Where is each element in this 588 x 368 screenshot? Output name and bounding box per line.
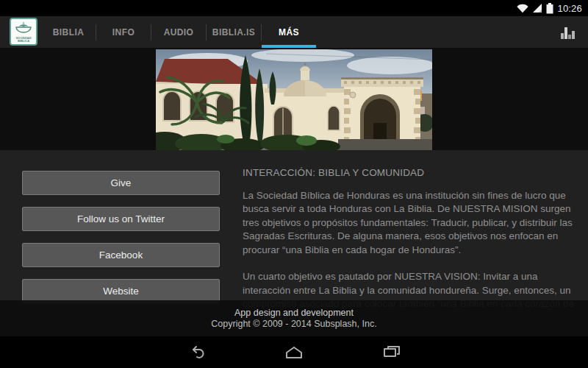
hero-band [0,48,588,150]
footer-credit: App design and development [234,308,354,318]
article-paragraph-1: La Sociedad Bíblica de Honduras es una i… [243,189,582,258]
footer-copyright: Copyright © 2009 - 2014 Subsplash, Inc. [211,319,376,329]
bar-chart-icon[interactable] [560,24,575,39]
tab-mas-label: MÁS [279,27,299,38]
give-button[interactable]: Give [22,171,220,195]
cellular-signal-icon [532,4,542,13]
tab-info[interactable]: INFO [96,16,151,48]
footer: App design and development Copyright © 2… [0,300,588,336]
tab-biblia-is[interactable]: BIBLIA.IS [207,16,261,48]
app-screen: 10:26 SOCIEDAD BIBLICA BIBLIA INFO AUDIO… [0,0,588,368]
facebook-button[interactable]: Facebook [22,243,220,267]
home-icon [284,344,304,361]
battery-icon [546,3,553,14]
bible-society-emblem-icon [14,21,33,37]
recents-button[interactable] [343,344,441,361]
building-photo [156,49,432,150]
wifi-icon [517,4,528,13]
link-button-column: Give Follow us on Twitter Facebook Websi… [22,171,220,315]
article-title: INTERACCIÓN: BIBLIA Y COMUNIDAD [243,166,582,180]
action-bar: SOCIEDAD BIBLICA BIBLIA INFO AUDIO BIBLI… [0,16,588,48]
tab-mas[interactable]: MÁS [262,16,316,48]
twitter-button[interactable]: Follow us on Twitter [22,207,220,231]
status-bar: 10:26 [0,0,588,16]
android-navigation-bar [0,336,588,368]
recents-icon [382,344,401,361]
home-button[interactable] [245,344,343,361]
back-icon [187,344,205,361]
tab-biblia[interactable]: BIBLIA [41,16,96,48]
status-clock: 10:26 [557,3,582,14]
app-logo-label: SOCIEDAD BIBLICA [11,37,36,43]
tab-audio[interactable]: AUDIO [151,16,206,48]
back-button[interactable] [148,344,245,361]
app-logo[interactable]: SOCIEDAD BIBLICA [10,18,37,46]
tab-bar: BIBLIA INFO AUDIO BIBLIA.IS MÁS [41,16,316,48]
